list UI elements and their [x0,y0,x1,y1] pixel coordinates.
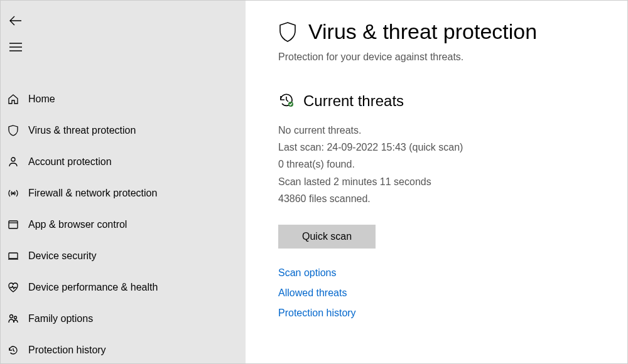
svg-point-5 [14,316,17,319]
device-icon [7,250,19,262]
svg-point-0 [11,158,15,161]
svg-rect-2 [9,221,18,228]
link-list: Scan options Allowed threats Protection … [278,267,609,319]
threat-status: No current threats. Last scan: 24-09-202… [278,122,609,207]
status-scan-duration: Scan lasted 2 minutes 11 seconds [278,173,609,190]
svg-point-1 [13,193,14,194]
sidebar-item-firewall[interactable]: Firewall & network protection [1,178,246,209]
sidebar-item-label: Device performance & health [28,282,158,293]
sidebar-item-virus[interactable]: Virus & threat protection [1,115,246,146]
sidebar-item-label: Home [28,94,55,105]
sidebar-item-label: Account protection [28,156,112,168]
account-icon [7,156,19,168]
back-arrow-icon [9,16,22,28]
top-icons [1,12,246,65]
section-title: Current threats [303,92,404,110]
sidebar-item-family[interactable]: Family options [1,303,246,335]
shield-icon [278,21,297,43]
app-browser-icon [7,218,19,231]
nav: Home Virus & threat protection Account p… [1,83,246,364]
sidebar-item-label: Device security [28,250,96,262]
shield-icon [7,124,19,137]
sidebar-item-label: Firewall & network protection [28,188,157,199]
sidebar-item-label: App & browser control [28,219,127,230]
sidebar-item-device[interactable]: Device security [1,240,246,272]
svg-rect-3 [9,253,18,259]
status-last-scan: Last scan: 24-09-2022 15:43 (quick scan) [278,139,609,156]
sidebar-item-health[interactable]: Device performance & health [1,272,246,303]
scan-history-icon [278,92,295,110]
hamburger-icon [9,43,22,54]
quick-scan-button[interactable]: Quick scan [278,225,376,249]
health-icon [7,281,19,294]
sidebar-item-label: Virus & threat protection [28,125,136,136]
section-header: Current threats [278,92,609,110]
status-no-threats: No current threats. [278,122,609,139]
back-button[interactable] [7,12,27,32]
history-icon [7,344,19,356]
home-icon [7,93,19,105]
sidebar-item-label: Family options [28,313,93,324]
scan-options-link[interactable]: Scan options [278,267,609,279]
sidebar: Home Virus & threat protection Account p… [1,1,246,363]
svg-point-4 [10,315,13,318]
status-threats-found: 0 threat(s) found. [278,156,609,173]
page-header: Virus & threat protection [278,19,609,44]
firewall-icon [7,187,19,200]
page-title: Virus & threat protection [308,19,537,44]
page-subtitle: Protection for your device against threa… [278,51,609,63]
protection-history-link[interactable]: Protection history [278,308,609,319]
sidebar-item-home[interactable]: Home [1,83,246,115]
menu-button[interactable] [7,38,27,58]
allowed-threats-link[interactable]: Allowed threats [278,287,609,299]
status-files-scanned: 43860 files scanned. [278,190,609,207]
sidebar-item-app-browser[interactable]: App & browser control [1,209,246,240]
sidebar-item-label: Protection history [28,345,106,356]
family-icon [7,313,19,325]
sidebar-item-history[interactable]: Protection history [1,335,246,364]
sidebar-item-account[interactable]: Account protection [1,146,246,178]
main-content: Virus & threat protection Protection for… [246,1,627,363]
